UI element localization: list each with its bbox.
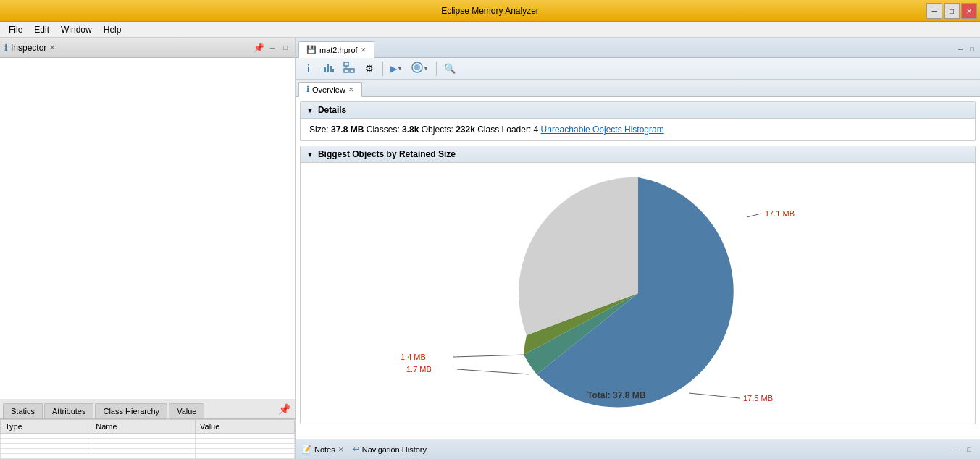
report-icon	[411, 62, 423, 75]
overview-tab-bar: ℹ Overview ✕	[296, 80, 980, 97]
menu-edit[interactable]: Edit	[28, 23, 55, 36]
unreachable-link[interactable]: Unreachable Objects Histogram	[541, 125, 664, 135]
size-label: Size:	[309, 125, 331, 135]
svg-rect-5	[344, 69, 348, 72]
biggest-objects-title: Biggest Objects by Retained Size	[318, 149, 456, 159]
size-value: 37.8 MB	[331, 125, 364, 135]
details-title: Details	[318, 105, 346, 115]
classes-label: Classes:	[367, 125, 402, 135]
overview-close-icon[interactable]: ✕	[348, 86, 354, 93]
main-layout: ℹ Inspector ✕ 📌 ─ □ Statics Attributes C…	[0, 38, 980, 459]
report-chevron: ▼	[423, 65, 429, 72]
inspector-controls: 📌 ─ □	[254, 43, 290, 53]
toolbar-separator-2	[436, 62, 437, 76]
tab-close-icon[interactable]: ✕	[361, 46, 367, 54]
tab-bar-right: ─ □	[955, 44, 977, 57]
objects-value: 232k	[456, 125, 475, 135]
table-row	[1, 434, 295, 439]
svg-rect-0	[324, 67, 326, 72]
table-row	[1, 449, 295, 454]
notes-label: Notes	[314, 445, 335, 454]
svg-line-12	[747, 214, 761, 217]
nav-history-tab[interactable]: ↩ Navigation History	[353, 445, 427, 454]
notes-bar: 📝 Notes ✕ ↩ Navigation History ─ □	[296, 439, 980, 459]
report-dropdown[interactable]: ▼	[409, 59, 432, 77]
tab-statics[interactable]: Statics	[3, 403, 43, 418]
tab-class-hierarchy[interactable]: Class Hierarchy	[95, 403, 167, 418]
tab-icon: 💾	[306, 45, 317, 54]
tab-attributes[interactable]: Attributes	[44, 403, 93, 418]
biggest-objects-header: ▼ Biggest Objects by Retained Size	[301, 146, 975, 163]
svg-rect-1	[327, 64, 329, 72]
maximize-button[interactable]: □	[944, 3, 960, 19]
notes-minimize-btn[interactable]: ─	[951, 445, 961, 455]
dominator-button[interactable]	[340, 60, 358, 77]
tab-label: mat2.hprof	[319, 46, 358, 54]
tab-value[interactable]: Value	[169, 403, 204, 418]
overview-label: Overview	[312, 85, 345, 94]
title-bar: Eclipse Memory Analyzer ─ □ ✕	[0, 0, 980, 22]
nav-history-label: Navigation History	[362, 445, 427, 454]
notes-bar-right: ─ □	[951, 445, 974, 455]
loader-label: Class Loader:	[477, 125, 533, 135]
svg-line-15	[689, 393, 740, 398]
app-title: Eclipse Memory Analyzer	[441, 6, 539, 16]
overview-tab[interactable]: ℹ Overview ✕	[298, 82, 362, 97]
biggest-objects-collapse-arrow[interactable]: ▼	[306, 151, 314, 159]
nav-history-icon: ↩	[353, 445, 359, 454]
inspector-content	[0, 58, 295, 399]
run-dropdown[interactable]: ▶ ▼	[388, 62, 406, 76]
biggest-objects-section: ▼ Biggest Objects by Retained Size	[300, 146, 976, 424]
inspector-icon: ℹ	[4, 43, 8, 53]
info-icon: i	[307, 63, 310, 75]
col-type: Type	[1, 420, 91, 434]
tab-minimize-btn[interactable]: ─	[955, 44, 966, 54]
table-row	[1, 439, 295, 444]
label-17-1: 17.1 MB	[765, 209, 795, 218]
notes-tab[interactable]: 📝 Notes ✕	[301, 445, 344, 454]
svg-rect-4	[344, 62, 348, 66]
menu-window[interactable]: Window	[55, 23, 98, 36]
table-row	[1, 454, 295, 459]
tab-pin-icon[interactable]: 📌	[278, 403, 290, 415]
svg-rect-6	[350, 69, 354, 72]
objects-label: Objects:	[422, 125, 456, 135]
label-17-5: 17.5 MB	[743, 394, 773, 403]
close-button[interactable]: ✕	[961, 3, 977, 19]
search-button[interactable]: 🔍	[441, 60, 458, 77]
tab-maximize-btn[interactable]: □	[967, 44, 977, 54]
svg-line-13	[457, 369, 529, 374]
details-header: ▼ Details	[301, 102, 975, 119]
tab-bar-left: 💾 mat2.hprof ✕	[298, 41, 376, 57]
pin-icon[interactable]: 📌	[254, 43, 264, 53]
menu-file[interactable]: File	[3, 23, 28, 36]
inspector-table: Type Name Value	[0, 419, 295, 459]
svg-rect-2	[330, 66, 332, 72]
inspector-header: ℹ Inspector ✕ 📌 ─ □	[0, 38, 295, 58]
file-tab-bar: 💾 mat2.hprof ✕ ─ □	[296, 38, 980, 58]
notes-maximize-btn[interactable]: □	[964, 445, 974, 455]
menu-help[interactable]: Help	[98, 23, 127, 36]
mat2-hprof-tab[interactable]: 💾 mat2.hprof ✕	[298, 41, 374, 58]
inspector-minimize-btn[interactable]: ─	[267, 43, 277, 53]
right-panel: 💾 mat2.hprof ✕ ─ □ i	[296, 38, 980, 459]
details-content: Size: 37.8 MB Classes: 3.8k Objects: 232…	[301, 119, 975, 140]
svg-line-14	[453, 355, 526, 357]
inspector-label: Inspector	[11, 43, 46, 53]
svg-rect-3	[332, 69, 334, 72]
notes-close-icon[interactable]: ✕	[338, 446, 344, 453]
details-collapse-arrow[interactable]: ▼	[306, 106, 314, 114]
search-icon: 🔍	[444, 63, 456, 74]
query-icon: ⚙	[365, 63, 374, 74]
notes-bar-left: 📝 Notes ✕ ↩ Navigation History	[301, 445, 427, 454]
histogram-button[interactable]	[320, 60, 338, 77]
content-area[interactable]: ▼ Details Size: 37.8 MB Classes: 3.8k Ob…	[296, 97, 980, 439]
overview-info-icon: ℹ	[306, 85, 309, 94]
inspector-close-icon[interactable]: ✕	[49, 43, 55, 51]
label-1-7: 1.7 MB	[406, 365, 432, 374]
minimize-button[interactable]: ─	[926, 3, 942, 19]
query-button[interactable]: ⚙	[361, 60, 378, 77]
chart-total: Total: 37.8 MB	[587, 390, 646, 400]
info-button[interactable]: i	[300, 60, 317, 77]
inspector-maximize-btn[interactable]: □	[280, 43, 290, 53]
